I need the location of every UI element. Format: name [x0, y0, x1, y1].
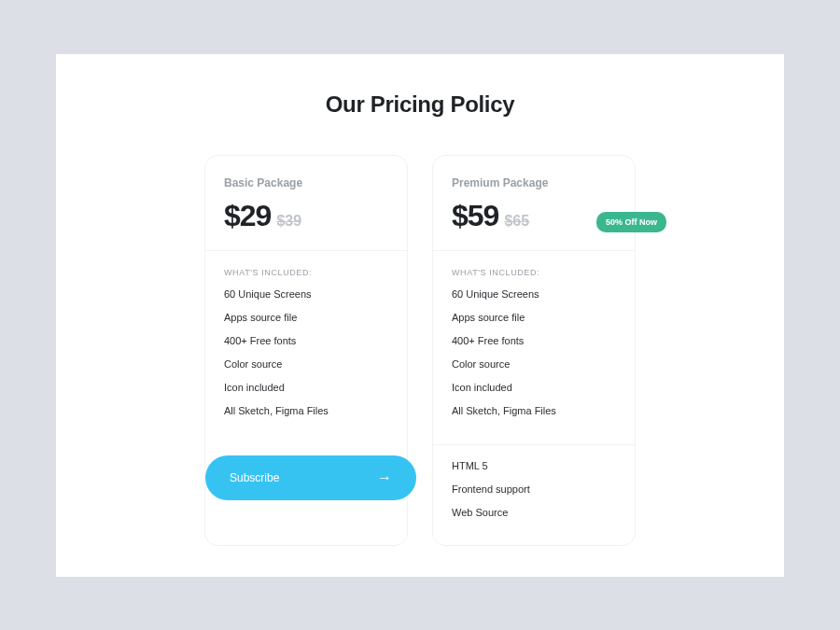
plan-header: Premium Package $59 $65 — [433, 156, 635, 251]
plan-extras: HTML 5 Frontend support Web Source — [433, 444, 635, 546]
discount-badge: 50% Off Now — [596, 212, 666, 232]
price-row: $29 $39 — [224, 199, 388, 233]
feature-item: HTML 5 — [452, 460, 616, 472]
feature-item: Icon included — [224, 382, 388, 394]
plan-name: Basic Package — [224, 176, 388, 189]
feature-item: 60 Unique Screens — [452, 288, 616, 301]
arrow-right-icon: → — [377, 469, 392, 486]
subscribe-label: Subscribe — [230, 471, 279, 484]
page-title: Our Pricing Policy — [56, 91, 784, 118]
plan-header: Basic Package $29 $39 — [205, 156, 407, 251]
pricing-cards: Basic Package $29 $39 WHAT'S INCLUDED: 6… — [56, 155, 784, 547]
pricing-panel: Our Pricing Policy Basic Package $29 $39… — [56, 54, 784, 577]
feature-item: 400+ Free fonts — [452, 335, 616, 347]
feature-item: 60 Unique Screens — [224, 288, 388, 301]
feature-item: Frontend support — [452, 483, 616, 496]
plan-price: $59 — [452, 199, 498, 233]
plan-price: $29 — [224, 199, 271, 233]
plan-card-premium: 50% Off Now Premium Package $59 $65 WHAT… — [432, 155, 636, 547]
feature-item: Apps source file — [224, 312, 388, 324]
included-label: WHAT'S INCLUDED: — [224, 268, 388, 277]
feature-item: All Sketch, Figma Files — [224, 405, 388, 417]
feature-item: Web Source — [452, 507, 616, 519]
feature-item: Color source — [224, 358, 388, 371]
plan-body: WHAT'S INCLUDED: 60 Unique Screens Apps … — [205, 251, 407, 444]
price-row: $59 $65 — [452, 199, 616, 233]
feature-item: Apps source file — [452, 312, 616, 324]
feature-item: 400+ Free fonts — [224, 335, 388, 347]
plan-name: Premium Package — [452, 176, 616, 189]
feature-item: Icon included — [452, 382, 616, 394]
included-label: WHAT'S INCLUDED: — [452, 268, 616, 277]
plan-body: WHAT'S INCLUDED: 60 Unique Screens Apps … — [433, 251, 635, 444]
plan-card-basic: Basic Package $29 $39 WHAT'S INCLUDED: 6… — [204, 155, 408, 547]
plan-original-price: $39 — [276, 213, 301, 230]
plan-original-price: $65 — [504, 213, 529, 230]
feature-item: All Sketch, Figma Files — [452, 405, 616, 417]
subscribe-button[interactable]: Subscribe → — [205, 455, 416, 500]
feature-item: Color source — [452, 358, 616, 371]
